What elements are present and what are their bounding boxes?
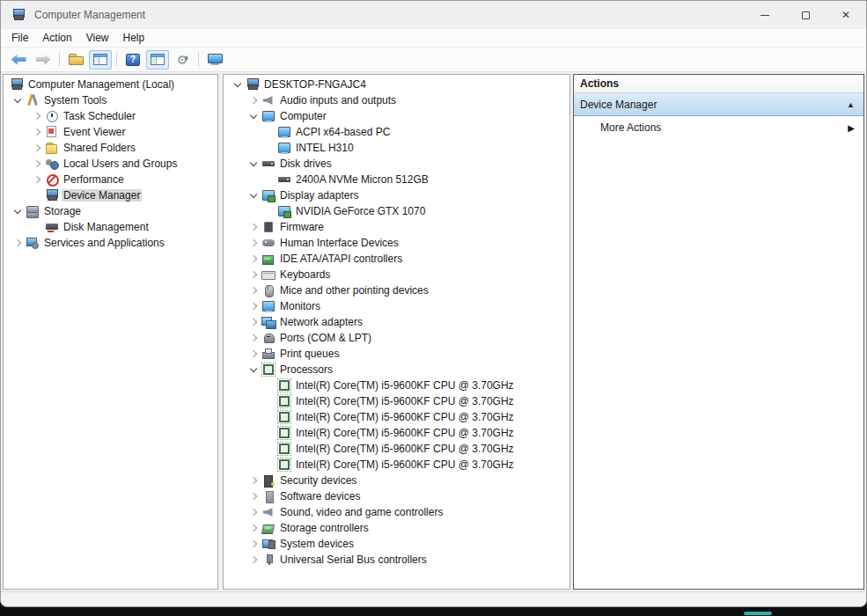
hid-icon — [261, 236, 276, 250]
menu-file[interactable]: File — [4, 30, 35, 46]
tree-item-disk-drives[interactable]: Disk drives — [224, 156, 569, 172]
tree-item-ide-ata-atapi-controllers[interactable]: IDE ATA/ATAPI controllers — [224, 251, 569, 267]
action-pane-toggle-button[interactable] — [146, 50, 169, 70]
chevron-collapsed-icon[interactable] — [29, 124, 45, 140]
chevron-expanded-icon[interactable] — [10, 203, 26, 219]
chevron-collapsed-icon[interactable] — [246, 267, 261, 282]
remote-monitor-button[interactable] — [203, 50, 226, 70]
tree-item-firmware[interactable]: Firmware — [224, 219, 569, 235]
more-actions-item[interactable]: More Actions ▶ — [574, 116, 863, 139]
console-tree-toggle-button[interactable] — [89, 50, 112, 70]
chevron-collapsed-icon[interactable] — [246, 298, 261, 314]
tree-item-intel-r-core-tm-i5-9600kf-cpu-3-70ghz[interactable]: Intel(R) Core(TM) i5-9600KF CPU @ 3.70GH… — [224, 457, 569, 473]
collapse-chevron-icon[interactable]: ▲ — [847, 100, 855, 109]
tree-item-computer-management-local[interactable]: Computer Management (Local) — [4, 77, 217, 92]
chevron-collapsed-icon[interactable] — [246, 219, 261, 235]
tree-item-mice-and-other-pointing-devices[interactable]: Mice and other pointing devices — [224, 282, 569, 298]
chevron-collapsed-icon[interactable] — [246, 504, 261, 520]
tree-item-display-adapters[interactable]: Display adapters — [224, 187, 569, 203]
tree-item-universal-serial-bus-controllers[interactable]: Universal Serial Bus controllers — [224, 552, 569, 568]
tree-item-intel-r-core-tm-i5-9600kf-cpu-3-70ghz[interactable]: Intel(R) Core(TM) i5-9600KF CPU @ 3.70GH… — [224, 409, 569, 425]
tree-item-2400a-nvme-micron-512gb[interactable]: 2400A NVMe Micron 512GB — [224, 172, 569, 187]
tree-item-local-users-and-groups[interactable]: Local Users and Groups — [4, 156, 217, 172]
tree-item-performance[interactable]: Performance — [4, 172, 217, 187]
tree-item-device-manager[interactable]: Device Manager — [4, 187, 217, 203]
menu-help[interactable]: Help — [116, 30, 152, 46]
tree-item-network-adapters[interactable]: Network adapters — [224, 314, 569, 330]
tree-item-task-scheduler[interactable]: Task Scheduler — [4, 108, 217, 124]
tree-item-sound-video-and-game-controllers[interactable]: Sound, video and game controllers — [224, 504, 569, 520]
tree-item-human-interface-devices[interactable]: Human Interface Devices — [224, 235, 569, 251]
chevron-collapsed-icon[interactable] — [10, 235, 26, 251]
tree-item-intel-r-core-tm-i5-9600kf-cpu-3-70ghz[interactable]: Intel(R) Core(TM) i5-9600KF CPU @ 3.70GH… — [224, 378, 569, 393]
menu-action[interactable]: Action — [35, 30, 78, 46]
tree-item-shared-folders[interactable]: Shared Folders — [4, 140, 217, 156]
chevron-placeholder — [261, 393, 277, 409]
chevron-collapsed-icon[interactable] — [29, 156, 45, 172]
tree-item-nvidia-geforce-gtx-1070[interactable]: NVIDIA GeForce GTX 1070 — [224, 203, 569, 219]
actions-group-device-manager[interactable]: Device Manager ▲ — [574, 93, 863, 116]
chevron-collapsed-icon[interactable] — [246, 346, 261, 362]
chevron-expanded-icon[interactable] — [230, 77, 246, 92]
cpu-icon — [261, 363, 276, 377]
tree-item-label: Event Viewer — [62, 126, 127, 138]
chevron-collapsed-icon[interactable] — [246, 488, 261, 504]
chevron-collapsed-icon[interactable] — [246, 552, 261, 568]
chevron-collapsed-icon[interactable] — [246, 235, 261, 251]
tree-item-intel-r-core-tm-i5-9600kf-cpu-3-70ghz[interactable]: Intel(R) Core(TM) i5-9600KF CPU @ 3.70GH… — [224, 393, 569, 409]
refresh-gear-button[interactable]: ⚙ — [171, 50, 194, 70]
chevron-expanded-icon[interactable] — [246, 187, 261, 203]
tree-item-software-devices[interactable]: Software devices — [224, 488, 569, 504]
chevron-collapsed-icon[interactable] — [246, 92, 261, 108]
tree-item-monitors[interactable]: Monitors — [224, 298, 569, 314]
tree-item-desktop-fngajc4[interactable]: DESKTOP-FNGAJC4 — [224, 77, 569, 92]
menu-bar: FileActionViewHelp — [1, 29, 866, 48]
forward-arrow-button[interactable] — [32, 50, 55, 70]
tree-item-intel-r-core-tm-i5-9600kf-cpu-3-70ghz[interactable]: Intel(R) Core(TM) i5-9600KF CPU @ 3.70GH… — [224, 425, 569, 441]
chevron-collapsed-icon[interactable] — [246, 282, 261, 298]
chevron-expanded-icon[interactable] — [10, 92, 26, 108]
tree-item-security-devices[interactable]: Security devices — [224, 473, 569, 488]
tree-item-intel-r-core-tm-i5-9600kf-cpu-3-70ghz[interactable]: Intel(R) Core(TM) i5-9600KF CPU @ 3.70GH… — [224, 441, 569, 457]
menu-view[interactable]: View — [79, 30, 116, 46]
tree-item-ports-com-lpt[interactable]: Ports (COM & LPT) — [224, 330, 569, 346]
chevron-collapsed-icon[interactable] — [246, 536, 261, 552]
tree-item-audio-inputs-and-outputs[interactable]: Audio inputs and outputs — [224, 92, 569, 108]
tree-item-label: DESKTOP-FNGAJC4 — [262, 78, 368, 91]
tree-item-label: Local Users and Groups — [62, 158, 179, 170]
network-icon — [261, 315, 276, 329]
chevron-collapsed-icon[interactable] — [246, 251, 261, 267]
tree-item-system-tools[interactable]: System Tools — [4, 92, 217, 108]
chevron-collapsed-icon[interactable] — [246, 473, 261, 488]
minimize-button[interactable] — [745, 1, 785, 29]
tree-item-label: Software devices — [278, 490, 362, 502]
chevron-collapsed-icon[interactable] — [246, 520, 261, 536]
close-button[interactable]: ✕ — [826, 1, 866, 29]
tree-item-acpi-x64-based-pc[interactable]: ACPI x64-based PC — [224, 124, 569, 140]
tree-item-services-and-applications[interactable]: Services and Applications — [4, 235, 217, 251]
chevron-expanded-icon[interactable] — [246, 156, 261, 172]
taskbar-accent-sliver — [744, 612, 772, 615]
tree-item-intel-h310[interactable]: INTEL H310 — [224, 140, 569, 156]
chevron-collapsed-icon[interactable] — [29, 172, 45, 187]
chevron-collapsed-icon[interactable] — [29, 140, 45, 156]
back-arrow-button[interactable] — [7, 50, 30, 70]
help-button[interactable]: ? — [121, 50, 144, 70]
chevron-expanded-icon[interactable] — [246, 108, 261, 124]
computer-mgmt-icon — [10, 77, 24, 92]
folder-export-button[interactable] — [64, 50, 87, 70]
tree-item-storage-controllers[interactable]: Storage controllers — [224, 520, 569, 536]
chevron-collapsed-icon[interactable] — [246, 314, 261, 330]
chevron-collapsed-icon[interactable] — [29, 108, 45, 124]
tree-item-system-devices[interactable]: System devices — [224, 536, 569, 552]
tree-item-event-viewer[interactable]: Event Viewer — [4, 124, 217, 140]
maximize-button[interactable] — [785, 1, 826, 29]
tree-item-keyboards[interactable]: Keyboards — [224, 267, 569, 282]
chevron-collapsed-icon[interactable] — [246, 330, 261, 346]
tree-item-storage[interactable]: Storage — [4, 203, 217, 219]
tree-item-processors[interactable]: Processors — [224, 362, 569, 378]
chevron-expanded-icon[interactable] — [246, 362, 261, 378]
tree-item-computer[interactable]: Computer — [224, 108, 569, 124]
tree-item-print-queues[interactable]: Print queues — [224, 346, 569, 362]
tree-item-disk-management[interactable]: Disk Management — [4, 219, 217, 235]
